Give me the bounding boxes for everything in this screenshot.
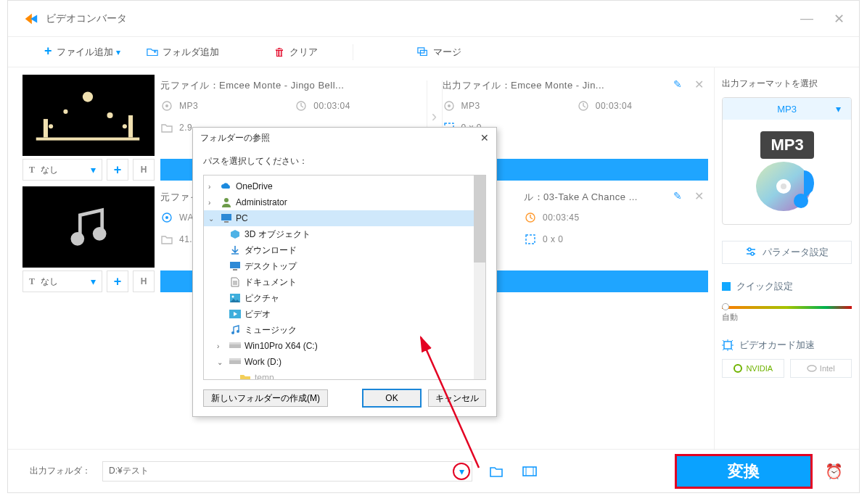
gpu-label: ビデオカード加速 (739, 339, 815, 352)
tree-item-onedrive[interactable]: ›OneDrive (204, 178, 485, 194)
nvidia-label: NVIDIA (746, 364, 773, 373)
tree-item-pc[interactable]: ⌄PC (204, 210, 485, 226)
add-subtitle-button[interactable]: + (107, 270, 128, 292)
output-info: ✎ ✕ ル：03-Take A Chance ... 00:03:45 0 x … (524, 186, 708, 270)
audio-fmt-icon (160, 99, 173, 112)
tree-item-temp[interactable]: temp (204, 370, 485, 380)
svg-point-22 (751, 252, 754, 255)
desktop-icon (229, 260, 242, 273)
svg-rect-31 (233, 269, 237, 270)
gpu-accel-toggle[interactable]: ビデオカード加速 (722, 339, 852, 352)
svg-point-12 (165, 216, 168, 219)
slider-label: 自動 (722, 312, 852, 323)
film-button[interactable] (520, 462, 539, 481)
tree-item-pictures[interactable]: ピクチャ (204, 290, 485, 306)
format-illustration: MP3 (723, 120, 851, 224)
hi-button[interactable]: H (133, 270, 155, 292)
svg-point-36 (237, 330, 239, 333)
add-file-button[interactable]: + ファイル追加 ▾ (44, 46, 120, 59)
open-folder-button[interactable] (487, 462, 506, 481)
output-format-selector[interactable]: MP3 ▾ MP3 (722, 97, 852, 225)
scrollbar-thumb[interactable] (474, 175, 485, 263)
nvidia-badge: NVIDIA (722, 359, 784, 378)
path-dropdown-button[interactable]: ▾ (453, 463, 470, 480)
document-icon (229, 276, 242, 289)
text-icon: T (29, 165, 35, 175)
out-format: MP3 (461, 101, 574, 111)
thumb-column: T なし ▾ + H (22, 186, 155, 292)
format-name: MP3 (777, 104, 797, 115)
tree-item-desktop[interactable]: デスクトップ (204, 258, 485, 274)
tree-item-administrator[interactable]: ›Administrator (204, 194, 485, 210)
clear-button[interactable]: 🗑 クリア (274, 46, 318, 59)
sidebar-heading: 出力フォーマットを選択 (722, 78, 852, 90)
add-folder-button[interactable]: フォルダ追加 (147, 46, 219, 59)
rename-button[interactable]: ✎ (673, 190, 682, 202)
svg-point-25 (808, 365, 816, 371)
parameter-settings-button[interactable]: パラメータ設定 (722, 241, 852, 264)
param-label: パラメータ設定 (763, 246, 829, 259)
ok-button[interactable]: OK (363, 389, 421, 407)
chevron-down-icon: ▾ (91, 164, 96, 175)
clock-icon (524, 211, 537, 224)
dialog-instruction: パスを選択してください： (193, 148, 496, 175)
add-subtitle-button[interactable]: + (107, 159, 128, 181)
folder-tree[interactable]: ›OneDrive ›Administrator ⌄PC 3D オブジェクト ダ… (203, 175, 486, 380)
add-file-label: ファイル追加 (57, 46, 113, 59)
tree-item-3dobjects[interactable]: 3D オブジェクト (204, 226, 485, 242)
rename-button[interactable]: ✎ (673, 78, 682, 90)
format-header: MP3 ▾ (723, 98, 851, 120)
user-icon (220, 196, 233, 209)
new-folder-button[interactable]: 新しいフォルダーの作成(M) (203, 389, 328, 407)
folder-browse-dialog: フォルダーの参照 ✕ パスを選択してください： ›OneDrive ›Admin… (192, 127, 497, 417)
svg-rect-29 (224, 221, 229, 223)
subtitle-select[interactable]: T なし ▾ (22, 270, 102, 292)
folder-icon (160, 233, 173, 246)
src-duration: 00:03:04 (313, 101, 426, 111)
remove-card-button[interactable]: ✕ (694, 189, 704, 203)
dialog-title: フォルダーの参照 (200, 132, 270, 144)
svg-point-19 (781, 183, 786, 189)
svg-rect-30 (230, 262, 240, 268)
schedule-button[interactable]: ⏰ (824, 462, 843, 481)
tree-item-music[interactable]: ミュージック (204, 322, 485, 338)
chevron-down-icon: ▾ (836, 103, 841, 115)
subtitle-value: なし (41, 164, 58, 176)
picture-icon (229, 292, 242, 305)
drive-icon (229, 355, 242, 368)
close-button[interactable]: ✕ (834, 11, 845, 27)
subtitle-select[interactable]: T なし ▾ (22, 159, 102, 181)
tree-item-downloads[interactable]: ダウンロード (204, 242, 485, 258)
out-label: ル： (524, 191, 543, 202)
dialog-close-button[interactable]: ✕ (480, 132, 489, 144)
tree-item-videos[interactable]: ビデオ (204, 306, 485, 322)
scrollbar[interactable] (474, 175, 485, 379)
quality-slider[interactable] (722, 306, 852, 309)
chevron-down-icon[interactable]: ▾ (116, 47, 120, 57)
tree-item-drive-c[interactable]: ›Win10Pro X64 (C:) (204, 338, 485, 354)
cancel-button[interactable]: キャンセル (428, 389, 486, 407)
clock-icon (577, 99, 590, 112)
drive-icon (229, 339, 242, 352)
folder-icon (239, 371, 252, 380)
svg-point-9 (71, 232, 85, 246)
remove-card-button[interactable]: ✕ (694, 78, 704, 91)
convert-label: 変換 (728, 460, 760, 482)
merge-label: マージ (433, 46, 461, 59)
merge-button[interactable]: マージ (417, 46, 461, 59)
clear-label: クリア (289, 46, 318, 59)
svg-point-6 (448, 104, 451, 107)
output-path-input[interactable]: D:¥テスト ▾ (102, 461, 472, 482)
hi-button[interactable]: H (133, 159, 155, 181)
convert-button[interactable]: 変換 (675, 454, 813, 489)
thumbnail[interactable] (22, 75, 155, 156)
thumbnail[interactable] (22, 186, 155, 268)
slider-knob[interactable] (722, 303, 729, 310)
minimize-button[interactable]: — (800, 11, 813, 27)
svg-point-3 (165, 104, 168, 107)
tree-item-documents[interactable]: ドキュメント (204, 274, 485, 290)
music-icon (229, 323, 242, 336)
gpu-brands: NVIDIA Intel (722, 359, 852, 378)
tree-item-drive-d[interactable]: ⌄Work (D:) (204, 354, 485, 370)
quick-settings-toggle[interactable]: クイック設定 (722, 280, 852, 293)
